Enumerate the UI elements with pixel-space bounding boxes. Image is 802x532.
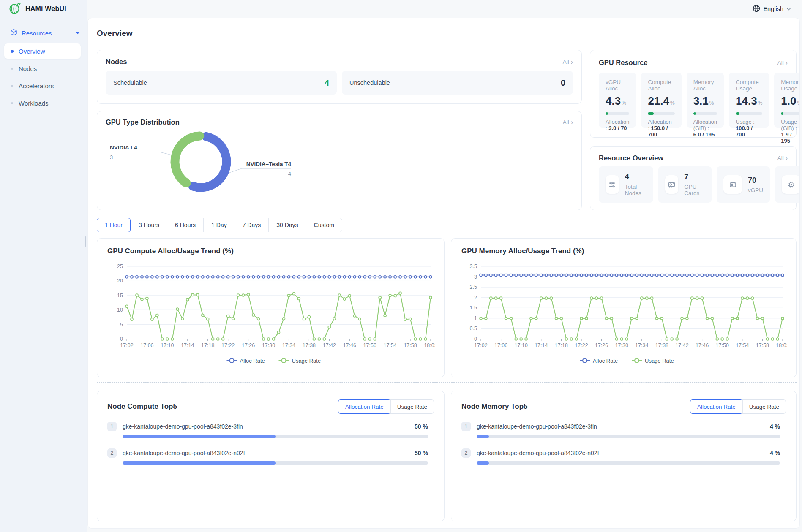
top5-row-line: 2gke-kantaloupe-demo-gpu-pool-a843f02e-n… — [461, 448, 780, 458]
time-tab-7-days[interactable]: 7 Days — [235, 218, 269, 232]
svg-text:Usage Rate: Usage Rate — [645, 358, 674, 364]
nodes-all-link[interactable]: All› — [563, 59, 573, 65]
overview-stat-tile: 700Compute — [775, 166, 800, 203]
svg-text:17:38: 17:38 — [303, 342, 316, 348]
metric-label: Compute Alloc — [648, 79, 674, 92]
svg-text:17:38: 17:38 — [655, 342, 668, 348]
svg-text:Alloc Rate: Alloc Rate — [240, 358, 265, 364]
svg-text:17:34: 17:34 — [282, 342, 295, 348]
node-stat-value: 0 — [561, 78, 565, 88]
node-rate-value: 50 % — [415, 423, 428, 430]
node-name: gke-kantaloupe-demo-gpu-pool-a843f02e-3f… — [477, 423, 770, 430]
sidebar-item-accelerators[interactable]: Accelerators — [4, 78, 81, 93]
metric-value: 4.3% — [606, 95, 629, 108]
top5-row-line: 2gke-kantaloupe-demo-gpu-pool-a843f02e-n… — [107, 448, 428, 458]
language-selector[interactable]: English — [753, 0, 791, 18]
svg-text:1: 1 — [474, 315, 477, 321]
legend-item-usage-rate[interactable]: Usage Rate — [632, 358, 674, 364]
overview-stat-text: 70vGPU — [748, 176, 763, 193]
metric-unit: % — [622, 100, 626, 106]
resource-overview-all-link[interactable]: All› — [777, 155, 788, 162]
svg-text:3.5: 3.5 — [470, 263, 477, 269]
svg-text:17:50: 17:50 — [716, 342, 729, 348]
metric-unit: % — [758, 100, 763, 106]
gpu-metrics-row: vGPU Alloc4.3%Allocation : 3.0 / 70Compu… — [599, 73, 788, 128]
svg-text:17:10: 17:10 — [515, 342, 528, 348]
sidebar-section-label: Resources — [22, 30, 76, 37]
chevron-right-icon: › — [571, 59, 573, 65]
compute-trend-title: GPU Compute Alloc/Usage Trend (%) — [107, 247, 434, 255]
gpu-type-all-link[interactable]: All› — [563, 119, 573, 126]
compute-trend-chart: 051015202517:0217:0617:1017:1417:1817:22… — [107, 255, 434, 370]
legend-item-usage-rate[interactable]: Usage Rate — [279, 358, 321, 364]
svg-text:17:50: 17:50 — [363, 342, 376, 348]
metric-progress-fill — [648, 112, 654, 115]
metric-unit: % — [709, 100, 714, 106]
globe-icon — [753, 5, 760, 14]
memory-trend-chart: 00.511.522.533.517:0217:0617:1017:1417:1… — [461, 255, 786, 370]
compute-top5-toggle: Allocation RateUsage Rate — [338, 399, 434, 414]
toggle-usage-rate[interactable]: Usage Rate — [390, 400, 434, 413]
toggle-allocation-rate[interactable]: Allocation Rate — [338, 399, 391, 414]
svg-text:0.5: 0.5 — [470, 326, 477, 331]
metric-progress-track — [648, 112, 674, 115]
svg-text:Alloc Rate: Alloc Rate — [593, 358, 618, 364]
toggle-allocation-rate[interactable]: Allocation Rate — [690, 399, 743, 414]
time-tab-3-hours[interactable]: 3 Hours — [131, 218, 167, 232]
svg-text:0: 0 — [120, 336, 123, 342]
node-rate-track — [477, 435, 780, 438]
svg-text:17:42: 17:42 — [323, 342, 336, 348]
svg-text:0: 0 — [474, 336, 477, 342]
metric-detail: Allocation : 150.0 / 700 — [648, 119, 674, 138]
node-rate-track — [123, 435, 428, 438]
top5-row-line: 1gke-kantaloupe-demo-gpu-pool-a843f02e-3… — [107, 421, 428, 432]
top5-row: 1gke-kantaloupe-demo-gpu-pool-a843f02e-3… — [461, 421, 786, 438]
metric-detail: Allocation : 3.0 / 70 — [606, 119, 629, 131]
sidebar-item-overview[interactable]: Overview — [4, 43, 81, 59]
metric-detail-value: 3.0 / 70 — [608, 125, 627, 131]
metric-detail-value: 1.9 / 195 — [781, 131, 791, 144]
sidebar-item-workloads[interactable]: Workloads — [4, 95, 81, 111]
node-rate-track — [123, 461, 428, 465]
time-tab-30-days[interactable]: 30 Days — [268, 218, 306, 232]
memory-trend-title: GPU Memory Alloc/Usage Trend (%) — [461, 247, 786, 255]
resource-overview-title: Resource Overview — [599, 154, 663, 162]
sidebar-item-nodes[interactable]: Nodes — [4, 61, 81, 76]
overview-stat-text: 7GPU Cards — [684, 173, 705, 196]
time-tab-1-hour[interactable]: 1 Hour — [97, 218, 131, 232]
top5-row: 1gke-kantaloupe-demo-gpu-pool-a843f02e-3… — [107, 421, 434, 438]
svg-text:5: 5 — [120, 322, 123, 328]
svg-text:17:02: 17:02 — [474, 342, 487, 348]
metric-progress-fill — [693, 112, 696, 115]
nodes-title: Nodes — [106, 58, 127, 66]
rank-badge: 1 — [461, 422, 471, 431]
metric-label: Memory Usage — [781, 79, 800, 92]
legend-item-alloc-rate[interactable]: Alloc Rate — [580, 358, 618, 364]
metric-value: 21.4% — [648, 95, 674, 108]
sidebar-section-resources[interactable]: Resources — [10, 27, 80, 39]
gpu-type-distribution-card: GPU Type Distribution All› NVIDIA L43NVI… — [97, 111, 582, 210]
vgpu-icon — [723, 175, 742, 194]
gpu-resource-all-link[interactable]: All› — [777, 60, 788, 66]
svg-text:18:02: 18:02 — [776, 342, 787, 348]
metric-progress-track — [693, 112, 717, 115]
overview-stat-value: 4 — [625, 173, 647, 182]
svg-text:20: 20 — [117, 278, 123, 284]
memory-top5-rows: 1gke-kantaloupe-demo-gpu-pool-a843f02e-3… — [461, 421, 786, 465]
svg-text:17:10: 17:10 — [161, 342, 174, 348]
node-stat-unschedulable: Unschedulable0 — [342, 71, 573, 95]
overview-stat-label: vGPU — [748, 187, 763, 193]
chevron-down-icon — [786, 8, 791, 11]
time-tab-custom[interactable]: Custom — [306, 218, 342, 232]
svg-text:17:18: 17:18 — [201, 342, 214, 348]
time-tab-1-day[interactable]: 1 Day — [203, 218, 235, 232]
svg-text:4: 4 — [288, 171, 291, 177]
legend-item-alloc-rate[interactable]: Alloc Rate — [227, 358, 265, 364]
total-nodes-icon — [606, 175, 619, 194]
donut-label-nvidia-l4: NVIDIA L4 — [110, 144, 137, 151]
sidebar-resize-handle[interactable] — [85, 236, 86, 247]
chevron-right-icon: › — [571, 119, 573, 126]
time-tab-6-hours[interactable]: 6 Hours — [167, 218, 203, 232]
svg-text:17:22: 17:22 — [221, 342, 235, 348]
toggle-usage-rate[interactable]: Usage Rate — [742, 400, 786, 413]
